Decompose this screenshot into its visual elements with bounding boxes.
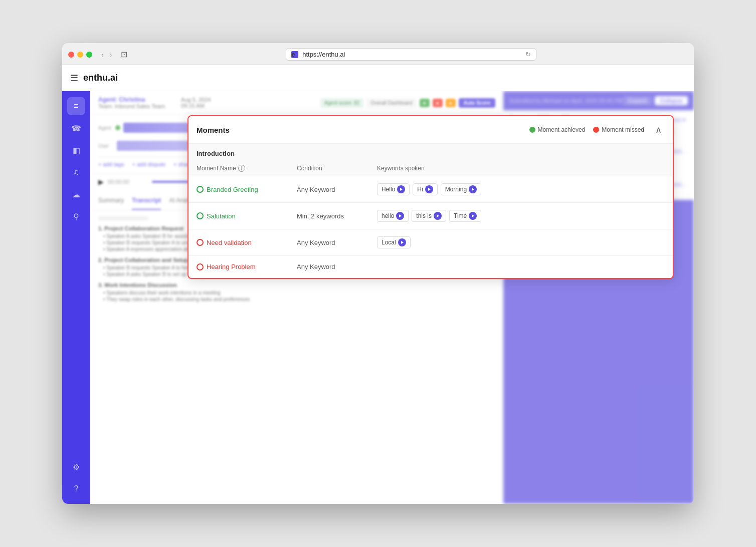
sidebar-item-calls[interactable]: ☎: [67, 119, 85, 137]
keyword-play-local[interactable]: [398, 238, 406, 246]
sidebar-item-settings[interactable]: ⚙: [67, 458, 85, 476]
condition-hearing-problem: Any Keyword: [297, 263, 377, 270]
legend-achieved: Moment achieved: [529, 126, 586, 133]
table-header: Moment Name i Condition Keywords spoken: [188, 161, 673, 176]
moment-name-need-validation: Need validation: [197, 239, 297, 246]
keyword-text: Hi: [417, 186, 423, 193]
table-row: Hearing Problem Any Keyword: [188, 256, 673, 278]
col-header-keywords: Keywords spoken: [377, 165, 665, 172]
achieved-dot: [529, 127, 535, 133]
keyword-text: Morning: [445, 186, 467, 193]
table-row: Salutation Min. 2 keywords hello this is: [188, 203, 673, 229]
col-header-condition: Condition: [297, 165, 377, 172]
sidebar-item-analytics[interactable]: ◧: [67, 141, 85, 159]
refresh-button[interactable]: ↻: [525, 51, 531, 58]
keyword-text: Local: [382, 239, 396, 246]
legend-missed: Moment missed: [593, 126, 644, 133]
col-header-condition-text: Condition: [297, 165, 322, 172]
section-header: Introduction: [188, 144, 673, 161]
keywords-salutation: hello this is Time: [377, 210, 665, 222]
status-icon-achieved: [197, 186, 204, 193]
collapse-button[interactable]: ∧: [652, 123, 665, 136]
col-header-moment-name-text: Moment Name: [197, 165, 236, 172]
status-icon-missed: [197, 263, 204, 270]
keyword-tag-local: Local: [377, 236, 411, 248]
maximize-button[interactable]: [86, 52, 92, 58]
moments-modal: Moments Moment achieved Moment missed ∧: [187, 115, 674, 279]
close-button[interactable]: [68, 52, 74, 58]
favicon-icon: e: [291, 51, 298, 58]
achieved-label: Moment achieved: [538, 126, 586, 133]
keyword-play-hi[interactable]: [425, 185, 433, 193]
keyword-tag-morning: Morning: [441, 183, 481, 195]
info-icon[interactable]: i: [238, 165, 245, 172]
keyword-text: Hello: [382, 186, 395, 193]
keyword-text: hello: [382, 212, 394, 219]
forward-button[interactable]: ›: [108, 50, 114, 60]
col-header-keywords-text: Keywords spoken: [377, 165, 425, 172]
app-layout: ☰ enthu.ai ≡ ☎ ◧ ♫ ☁ ⚲ ⚙ ? Agent: Christ…: [62, 65, 694, 504]
keyword-play-morning[interactable]: [469, 185, 477, 193]
moment-name-text: Need validation: [207, 239, 252, 246]
condition-salutation: Min. 2 keywords: [297, 212, 377, 220]
sidebar-item-cloud[interactable]: ☁: [67, 185, 85, 203]
sidebar-item-help[interactable]: ?: [67, 480, 85, 498]
sidebar-item-users[interactable]: ⚲: [67, 207, 85, 225]
modal-title: Moments: [197, 126, 230, 134]
status-icon-missed: [197, 239, 204, 246]
moment-name-text: Salutation: [207, 212, 236, 220]
keyword-text: this is: [416, 212, 432, 219]
sidebar-item-home[interactable]: ≡: [67, 97, 85, 115]
section-label: Introduction: [197, 150, 235, 157]
keywords-branded-greeting: Hello Hi Morning: [377, 183, 665, 195]
moment-name-branded-greeting: Branded Greeting: [197, 186, 297, 193]
sidebar-toggle-button[interactable]: ⊡: [118, 49, 130, 60]
modal-header: Moments Moment achieved Moment missed ∧: [188, 116, 673, 144]
back-button[interactable]: ‹: [99, 50, 106, 60]
table-row: Need validation Any Keyword Local: [188, 229, 673, 256]
app-logo: enthu.ai: [83, 73, 118, 83]
browser-nav: ‹ ›: [99, 50, 114, 60]
top-nav: ☰ enthu.ai: [62, 65, 694, 91]
moment-name-text: Hearing Problem: [207, 263, 256, 270]
keyword-play-this-is[interactable]: [434, 212, 442, 220]
url-text: https://enthu.ai: [302, 51, 521, 58]
keywords-need-validation: Local: [377, 236, 665, 248]
status-icon-achieved: [197, 212, 204, 219]
moment-name-salutation: Salutation: [197, 212, 297, 220]
minimize-button[interactable]: [77, 52, 83, 58]
table-row: Branded Greeting Any Keyword Hello Hi: [188, 176, 673, 203]
col-header-moment-name: Moment Name i: [197, 165, 297, 172]
left-sidebar: ≡ ☎ ◧ ♫ ☁ ⚲ ⚙ ?: [62, 91, 90, 504]
missed-label: Moment missed: [602, 126, 644, 133]
hamburger-icon[interactable]: ☰: [70, 73, 78, 84]
keyword-text: Time: [454, 212, 467, 219]
keyword-tag-hi: Hi: [413, 183, 437, 195]
condition-need-validation: Any Keyword: [297, 239, 377, 246]
keyword-tag-this-is: this is: [412, 210, 446, 222]
moment-name-text: Branded Greeting: [207, 186, 258, 193]
keyword-tag-hello: Hello: [377, 183, 410, 195]
legend: Moment achieved Moment missed: [529, 126, 644, 133]
keyword-play-time[interactable]: [469, 212, 477, 220]
moment-name-hearing-problem: Hearing Problem: [197, 263, 297, 270]
missed-dot: [593, 127, 599, 133]
address-bar[interactable]: e https://enthu.ai ↻: [286, 48, 536, 61]
keyword-tag-hello-lower: hello: [377, 210, 409, 222]
condition-branded-greeting: Any Keyword: [297, 186, 377, 193]
keyword-tag-time: Time: [449, 210, 481, 222]
modal-body: Introduction Moment Name i Condition Key…: [188, 144, 673, 278]
keyword-play-hello-lower[interactable]: [396, 212, 404, 220]
browser-chrome: ‹ › ⊡ e https://enthu.ai ↻: [62, 43, 694, 65]
sidebar-item-reports[interactable]: ♫: [67, 163, 85, 181]
traffic-lights: [68, 52, 92, 58]
keyword-play-hello[interactable]: [397, 185, 405, 193]
